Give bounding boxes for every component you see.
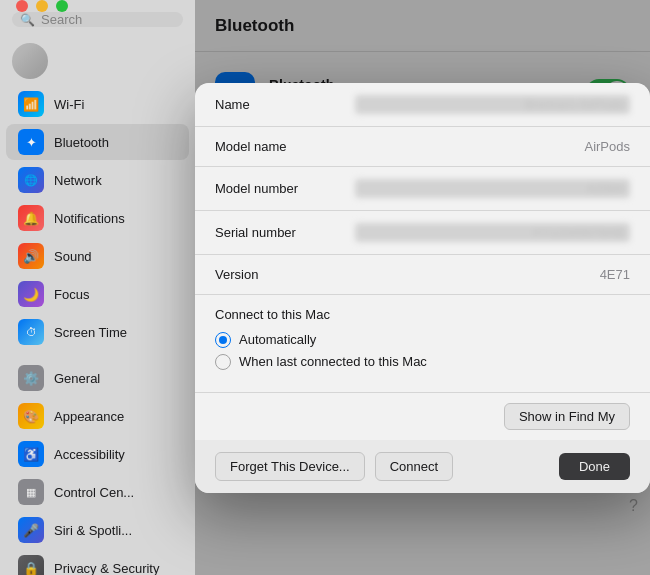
sidebar-label-focus: Focus [54, 287, 89, 302]
value-modelnumber: A2564 [355, 179, 630, 198]
radio-auto[interactable] [215, 332, 231, 348]
main-content: Bluetooth ✦ Bluetooth Now discoverable a… [195, 0, 650, 575]
sidebar-item-accessibility[interactable]: ♿ Accessibility [6, 436, 189, 472]
label-modelname: Model name [215, 139, 355, 154]
search-placeholder: Search [41, 12, 82, 27]
sidebar-label-accessibility: Accessibility [54, 447, 125, 462]
notifications-icon: 🔔 [18, 205, 44, 231]
sidebar-label-notifications: Notifications [54, 211, 125, 226]
sidebar-item-screentime[interactable]: ⏱ Screen Time [6, 314, 189, 350]
sidebar-item-privacy[interactable]: 🔒 Privacy & Security [6, 550, 189, 575]
siri-icon: 🎤 [18, 517, 44, 543]
sidebar-item-appearance[interactable]: 🎨 Appearance [6, 398, 189, 434]
sidebar-label-general: General [54, 371, 100, 386]
label-serial: Serial number [215, 225, 355, 240]
main-window: 🔍 Search 📶 Wi-Fi ✦ Bluetooth 🌐 Network 🔔 [0, 0, 650, 575]
minimize-button[interactable] [36, 0, 48, 12]
label-modelnumber: Model number [215, 181, 355, 196]
sidebar-item-network[interactable]: 🌐 Network [6, 162, 189, 198]
modal-row-modelname: Model name AirPods [195, 127, 650, 167]
search-icon: 🔍 [20, 13, 35, 27]
radio-last-label: When last connected to this Mac [239, 354, 427, 369]
label-name: Name [215, 97, 355, 112]
modal-row-name: Name Brenna's AirPods [195, 83, 650, 127]
modal-overlay: Name Brenna's AirPods Model name AirPods… [195, 0, 650, 575]
radio-last[interactable] [215, 354, 231, 370]
sidebar-label-screentime: Screen Time [54, 325, 127, 340]
sidebar-label-wifi: Wi-Fi [54, 97, 84, 112]
find-my-row: Show in Find My [195, 393, 650, 440]
control-icon: ▦ [18, 479, 44, 505]
sidebar-item-bluetooth[interactable]: ✦ Bluetooth [6, 124, 189, 160]
sidebar-label-network: Network [54, 173, 102, 188]
avatar[interactable] [12, 43, 48, 79]
general-icon: ⚙️ [18, 365, 44, 391]
radio-option-last[interactable]: When last connected to this Mac [215, 354, 630, 370]
sidebar-label-bluetooth: Bluetooth [54, 135, 109, 150]
wifi-icon: 📶 [18, 91, 44, 117]
sidebar-label-appearance: Appearance [54, 409, 124, 424]
value-serial: XY12345678AB [355, 223, 630, 242]
sidebar-label-control: Control Cen... [54, 485, 134, 500]
connect-section: Connect to this Mac Automatically When l… [195, 295, 650, 393]
sidebar-item-wifi[interactable]: 📶 Wi-Fi [6, 86, 189, 122]
focus-icon: 🌙 [18, 281, 44, 307]
search-bar[interactable]: 🔍 Search [12, 12, 183, 27]
screentime-icon: ⏱ [18, 319, 44, 345]
sidebar-item-control[interactable]: ▦ Control Cen... [6, 474, 189, 510]
accessibility-icon: ♿ [18, 441, 44, 467]
close-button[interactable] [16, 0, 28, 12]
sound-icon: 🔊 [18, 243, 44, 269]
label-version: Version [215, 267, 355, 282]
forget-device-button[interactable]: Forget This Device... [215, 452, 365, 481]
modal-row-modelnumber: Model number A2564 [195, 167, 650, 211]
find-my-button[interactable]: Show in Find My [504, 403, 630, 430]
modal-row-version: Version 4E71 [195, 255, 650, 295]
sidebar-item-sound[interactable]: 🔊 Sound [6, 238, 189, 274]
sidebar-label-privacy: Privacy & Security [54, 561, 159, 576]
sidebar-item-siri[interactable]: 🎤 Siri & Spotli... [6, 512, 189, 548]
sidebar-item-notifications[interactable]: 🔔 Notifications [6, 200, 189, 236]
value-name: Brenna's AirPods [355, 95, 630, 114]
appearance-icon: 🎨 [18, 403, 44, 429]
titlebar [0, 0, 195, 12]
sidebar-label-siri: Siri & Spotli... [54, 523, 132, 538]
value-modelname: AirPods [355, 139, 630, 154]
network-icon: 🌐 [18, 167, 44, 193]
modal-dialog: Name Brenna's AirPods Model name AirPods… [195, 83, 650, 493]
done-button[interactable]: Done [559, 453, 630, 480]
bluetooth-icon: ✦ [18, 129, 44, 155]
privacy-icon: 🔒 [18, 555, 44, 575]
modal-footer: Forget This Device... Connect Done [195, 440, 650, 493]
sidebar-item-focus[interactable]: 🌙 Focus [6, 276, 189, 312]
modal-row-serial: Serial number XY12345678AB [195, 211, 650, 255]
radio-option-auto[interactable]: Automatically [215, 332, 630, 348]
sidebar-label-sound: Sound [54, 249, 92, 264]
maximize-button[interactable] [56, 0, 68, 12]
connect-title: Connect to this Mac [215, 307, 630, 322]
radio-auto-label: Automatically [239, 332, 316, 347]
sidebar-item-general[interactable]: ⚙️ General [6, 360, 189, 396]
value-version: 4E71 [355, 267, 630, 282]
connect-button[interactable]: Connect [375, 452, 453, 481]
sidebar: 🔍 Search 📶 Wi-Fi ✦ Bluetooth 🌐 Network 🔔 [0, 0, 195, 575]
modal-body: Name Brenna's AirPods Model name AirPods… [195, 83, 650, 440]
